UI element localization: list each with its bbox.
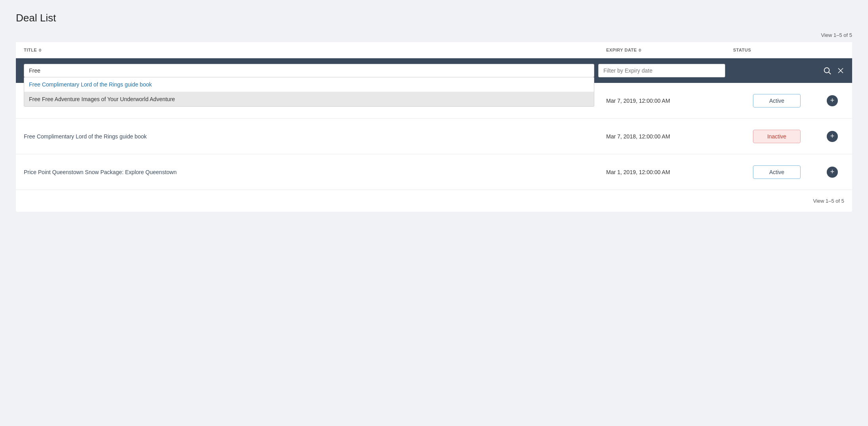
col-header-action (820, 48, 844, 52)
status-badge-3[interactable]: Active (753, 165, 801, 179)
autocomplete-item-2[interactable]: Free Free Adventure Images of Your Under… (24, 92, 594, 106)
col-header-title[interactable]: TITLE (24, 48, 606, 52)
status-badge-2[interactable]: Inactive (753, 130, 801, 143)
autocomplete-dropdown: Free Complimentary Lord of the Rings gui… (24, 77, 594, 107)
search-icon (823, 66, 832, 75)
view-count-top: View 1–5 of 5 (16, 32, 852, 38)
add-button-1[interactable]: + (827, 95, 838, 106)
status-badge-1[interactable]: Active (753, 94, 801, 107)
filter-actions (820, 66, 844, 75)
expiry-sort-icon[interactable] (638, 48, 641, 52)
page-title: Deal List (16, 12, 852, 24)
row-action-1: + (820, 95, 844, 106)
row-status-3: Active (733, 165, 820, 179)
row-status-1: Active (733, 94, 820, 107)
table-header: TITLE EXPIRY DATE STATUS (16, 42, 852, 58)
row-date-3: Mar 1, 2019, 12:00:00 AM (606, 169, 733, 175)
filter-bar: Free Complimentary Lord of the Rings gui… (16, 58, 852, 83)
svg-point-0 (824, 68, 830, 73)
row-date-2: Mar 7, 2018, 12:00:00 AM (606, 133, 733, 140)
title-sort-icon[interactable] (38, 48, 42, 52)
col-header-status: STATUS (733, 48, 820, 52)
svg-line-1 (829, 72, 831, 74)
table-row-3: Price Point Queenstown Snow Package: Exp… (16, 154, 852, 190)
clear-button[interactable] (837, 67, 844, 74)
search-button[interactable] (823, 66, 832, 75)
row-title-3: Price Point Queenstown Snow Package: Exp… (24, 161, 606, 183)
autocomplete-item-1[interactable]: Free Complimentary Lord of the Rings gui… (24, 77, 594, 92)
table-wrapper: TITLE EXPIRY DATE STATUS Free Compliment… (16, 42, 852, 212)
row-date-1: Mar 7, 2019, 12:00:00 AM (606, 98, 733, 104)
table-row-2: Free Complimentary Lord of the Rings gui… (16, 119, 852, 154)
filter-title-wrapper: Free Complimentary Lord of the Rings gui… (24, 64, 594, 77)
col-header-expiry[interactable]: EXPIRY DATE (606, 48, 733, 52)
plus-icon-3: + (827, 167, 838, 178)
close-icon (837, 67, 844, 74)
row-action-2: + (820, 131, 844, 142)
plus-icon-2: + (827, 131, 838, 142)
page-container: Deal List View 1–5 of 5 TITLE EXPIRY DAT… (0, 0, 868, 426)
row-status-2: Inactive (733, 130, 820, 143)
add-button-2[interactable]: + (827, 131, 838, 142)
expiry-filter-wrapper (598, 64, 725, 77)
plus-icon-1: + (827, 95, 838, 106)
view-count-bottom: View 1–5 of 5 (16, 190, 852, 212)
row-title-2: Free Complimentary Lord of the Rings gui… (24, 125, 606, 148)
add-button-3[interactable]: + (827, 167, 838, 178)
row-action-3: + (820, 167, 844, 178)
title-filter-input[interactable] (24, 64, 594, 77)
col-status-label: STATUS (733, 48, 751, 52)
col-expiry-label: EXPIRY DATE (606, 48, 637, 52)
expiry-filter-input[interactable] (598, 64, 725, 77)
col-title-label: TITLE (24, 48, 37, 52)
